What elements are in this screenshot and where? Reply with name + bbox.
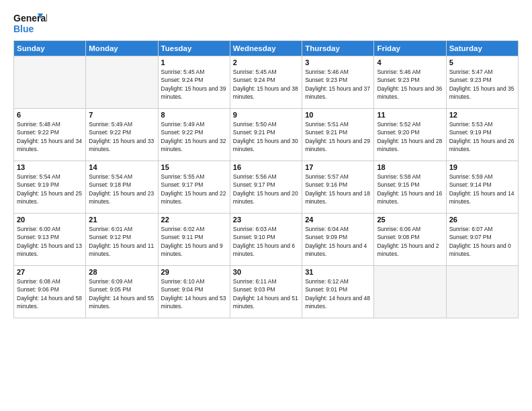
day-header-friday: Friday [374,41,446,56]
day-info: Sunrise: 5:49 AM Sunset: 9:22 PM Dayligh… [89,120,154,153]
day-info: Sunrise: 6:01 AM Sunset: 9:12 PM Dayligh… [89,225,154,258]
day-cell: 25 Sunrise: 6:06 AM Sunset: 9:08 PM Dayl… [374,214,446,266]
day-cell: 28 Sunrise: 6:09 AM Sunset: 9:05 PM Dayl… [86,266,158,318]
day-info: Sunrise: 6:11 AM Sunset: 9:03 PM Dayligh… [233,277,299,310]
day-cell: 2 Sunrise: 5:45 AM Sunset: 9:24 PM Dayli… [230,56,302,109]
day-info: Sunrise: 5:48 AM Sunset: 9:22 PM Dayligh… [17,120,83,153]
day-info: Sunrise: 5:46 AM Sunset: 9:23 PM Dayligh… [377,68,443,101]
day-header-saturday: Saturday [446,41,518,56]
day-cell: 19 Sunrise: 5:59 AM Sunset: 9:14 PM Dayl… [446,161,518,214]
day-number: 21 [89,216,154,224]
week-row-5: 27 Sunrise: 6:08 AM Sunset: 9:06 PM Dayl… [14,266,519,318]
day-cell: 30 Sunrise: 6:11 AM Sunset: 9:03 PM Dayl… [230,266,302,318]
day-info: Sunrise: 6:07 AM Sunset: 9:07 PM Dayligh… [449,225,515,258]
day-cell [374,266,446,318]
day-cell: 15 Sunrise: 5:55 AM Sunset: 9:17 PM Dayl… [158,161,230,214]
day-cell: 13 Sunrise: 5:54 AM Sunset: 9:19 PM Dayl… [14,161,86,214]
day-cell: 12 Sunrise: 5:53 AM Sunset: 9:19 PM Dayl… [446,109,518,161]
day-number: 15 [161,163,227,171]
day-number: 24 [305,216,371,224]
day-header-wednesday: Wednesday [230,41,302,56]
day-cell: 18 Sunrise: 5:58 AM Sunset: 9:15 PM Dayl… [374,161,446,214]
day-number: 8 [161,111,227,119]
day-cell: 6 Sunrise: 5:48 AM Sunset: 9:22 PM Dayli… [14,109,86,161]
day-number: 16 [233,163,299,171]
day-cell: 3 Sunrise: 5:46 AM Sunset: 9:23 PM Dayli… [302,56,374,109]
day-number: 5 [449,58,515,66]
day-number: 19 [449,163,515,171]
day-info: Sunrise: 6:04 AM Sunset: 9:09 PM Dayligh… [305,225,371,258]
day-number: 3 [305,58,371,66]
day-number: 12 [449,111,515,119]
day-header-tuesday: Tuesday [158,41,230,56]
day-number: 22 [161,216,227,224]
day-cell: 26 Sunrise: 6:07 AM Sunset: 9:07 PM Dayl… [446,214,518,266]
day-cell: 16 Sunrise: 5:56 AM Sunset: 9:17 PM Dayl… [230,161,302,214]
day-info: Sunrise: 5:56 AM Sunset: 9:17 PM Dayligh… [233,173,299,205]
day-info: Sunrise: 6:08 AM Sunset: 9:06 PM Dayligh… [17,277,83,310]
day-cell: 17 Sunrise: 5:57 AM Sunset: 9:16 PM Dayl… [302,161,374,214]
day-cell: 27 Sunrise: 6:08 AM Sunset: 9:06 PM Dayl… [14,266,86,318]
day-info: Sunrise: 5:52 AM Sunset: 9:20 PM Dayligh… [377,120,443,153]
day-number: 9 [233,111,299,119]
day-cell: 31 Sunrise: 6:12 AM Sunset: 9:01 PM Dayl… [302,266,374,318]
day-number: 23 [233,216,299,224]
day-cell: 7 Sunrise: 5:49 AM Sunset: 9:22 PM Dayli… [86,109,158,161]
day-number: 29 [161,268,227,276]
week-row-1: 1 Sunrise: 5:45 AM Sunset: 9:24 PM Dayli… [14,56,519,109]
week-row-3: 13 Sunrise: 5:54 AM Sunset: 9:19 PM Dayl… [14,161,519,214]
day-cell: 14 Sunrise: 5:54 AM Sunset: 9:18 PM Dayl… [86,161,158,214]
day-number: 13 [17,163,83,171]
day-cell: 9 Sunrise: 5:50 AM Sunset: 9:21 PM Dayli… [230,109,302,161]
day-info: Sunrise: 6:12 AM Sunset: 9:01 PM Dayligh… [305,277,371,310]
day-info: Sunrise: 5:59 AM Sunset: 9:14 PM Dayligh… [449,173,515,205]
day-cell: 21 Sunrise: 6:01 AM Sunset: 9:12 PM Dayl… [86,214,158,266]
day-info: Sunrise: 6:06 AM Sunset: 9:08 PM Dayligh… [377,225,443,258]
day-cell: 1 Sunrise: 5:45 AM Sunset: 9:24 PM Dayli… [158,56,230,109]
day-cell: 29 Sunrise: 6:10 AM Sunset: 9:04 PM Dayl… [158,266,230,318]
day-number: 31 [305,268,371,276]
day-info: Sunrise: 5:54 AM Sunset: 9:19 PM Dayligh… [17,173,83,205]
day-number: 20 [17,216,83,224]
day-number: 28 [89,268,154,276]
day-info: Sunrise: 5:54 AM Sunset: 9:18 PM Dayligh… [89,173,154,205]
day-cell: 20 Sunrise: 6:00 AM Sunset: 9:13 PM Dayl… [14,214,86,266]
logo-icon: General Blue [13,11,47,36]
day-info: Sunrise: 6:03 AM Sunset: 9:10 PM Dayligh… [233,225,299,258]
day-info: Sunrise: 5:57 AM Sunset: 9:16 PM Dayligh… [305,173,371,205]
day-info: Sunrise: 5:47 AM Sunset: 9:23 PM Dayligh… [449,68,515,101]
day-number: 25 [377,216,443,224]
day-cell: 10 Sunrise: 5:51 AM Sunset: 9:21 PM Dayl… [302,109,374,161]
day-info: Sunrise: 6:02 AM Sunset: 9:11 PM Dayligh… [161,225,227,258]
day-info: Sunrise: 5:51 AM Sunset: 9:21 PM Dayligh… [305,120,371,153]
day-info: Sunrise: 6:00 AM Sunset: 9:13 PM Dayligh… [17,225,83,258]
day-number: 7 [89,111,154,119]
day-info: Sunrise: 5:46 AM Sunset: 9:23 PM Dayligh… [305,68,371,101]
day-info: Sunrise: 6:09 AM Sunset: 9:05 PM Dayligh… [89,277,154,310]
day-cell [14,56,86,109]
day-cell [446,266,518,318]
day-number: 4 [377,58,443,66]
day-info: Sunrise: 6:10 AM Sunset: 9:04 PM Dayligh… [161,277,227,310]
svg-text:Blue: Blue [13,24,34,34]
day-info: Sunrise: 5:45 AM Sunset: 9:24 PM Dayligh… [161,68,227,101]
week-row-4: 20 Sunrise: 6:00 AM Sunset: 9:13 PM Dayl… [14,214,519,266]
day-number: 1 [161,58,227,66]
day-cell: 23 Sunrise: 6:03 AM Sunset: 9:10 PM Dayl… [230,214,302,266]
logo: General Blue [13,11,47,36]
day-info: Sunrise: 5:53 AM Sunset: 9:19 PM Dayligh… [449,120,515,153]
day-number: 2 [233,58,299,66]
day-number: 18 [377,163,443,171]
day-header-sunday: Sunday [14,41,86,56]
day-cell: 8 Sunrise: 5:49 AM Sunset: 9:22 PM Dayli… [158,109,230,161]
day-number: 14 [89,163,154,171]
day-cell: 24 Sunrise: 6:04 AM Sunset: 9:09 PM Dayl… [302,214,374,266]
day-number: 10 [305,111,371,119]
day-cell: 5 Sunrise: 5:47 AM Sunset: 9:23 PM Dayli… [446,56,518,109]
day-number: 11 [377,111,443,119]
day-number: 27 [17,268,83,276]
day-cell: 22 Sunrise: 6:02 AM Sunset: 9:11 PM Dayl… [158,214,230,266]
day-number: 26 [449,216,515,224]
day-cell [86,56,158,109]
day-number: 17 [305,163,371,171]
